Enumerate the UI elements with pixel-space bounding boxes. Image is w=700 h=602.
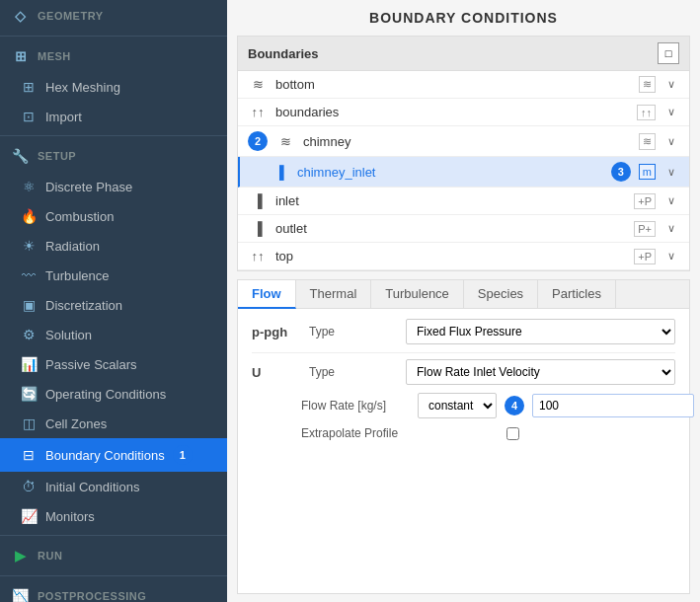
sidebar-item-operating-conditions[interactable]: 🔄 Operating Conditions <box>0 379 227 409</box>
boundaries-title: Boundaries <box>248 46 319 61</box>
boundary-name-boundaries: boundaries <box>275 105 629 119</box>
sidebar-item-discrete-phase[interactable]: ⚛ Discrete Phase <box>0 172 227 201</box>
sidebar-item-boundary-conditions[interactable]: ⊟ Boundary Conditions 1 <box>0 438 227 472</box>
discretization-icon: ▣ <box>20 297 38 313</box>
sidebar: ◇ GEOMETRY ⊞ MESH ⊞ Hex Meshing ⊡ Import… <box>0 0 227 602</box>
sidebar-label-mesh: MESH <box>38 50 71 62</box>
hex-meshing-icon: ⊞ <box>20 79 38 95</box>
boundaries-add-button[interactable]: □ <box>658 42 679 64</box>
tab-flow[interactable]: Flow <box>238 280 296 309</box>
boundary-type-top: +P <box>634 249 656 264</box>
boundary-name-top: top <box>275 249 626 263</box>
monitors-icon: 📈 <box>20 508 38 524</box>
tab-turbulence[interactable]: Turbulence <box>371 280 464 308</box>
boundary-name-outlet: outlet <box>275 221 626 236</box>
discrete-phase-icon: ⚛ <box>20 179 38 194</box>
boundary-type-outlet: P+ <box>634 221 656 237</box>
form-area: p-pgh Type Fixed Flux Pressure U Type Fl… <box>238 309 689 458</box>
mesh-icon: ⊞ <box>12 48 30 64</box>
sidebar-item-initial-conditions[interactable]: ⏱ Initial Conditions <box>0 472 227 501</box>
badge-4: 4 <box>505 396 524 415</box>
tab-species[interactable]: Species <box>464 280 538 308</box>
sidebar-label-hex-meshing: Hex Meshing <box>45 80 120 95</box>
sidebar-item-import[interactable]: ⊡ Import <box>0 102 227 131</box>
initial-conditions-icon: ⏱ <box>20 479 38 494</box>
tabs-bar: Flow Thermal Turbulence Species Particle… <box>238 280 689 309</box>
extrapolate-checkbox[interactable] <box>506 427 519 440</box>
import-icon: ⊡ <box>20 109 38 124</box>
sidebar-item-cell-zones[interactable]: ◫ Cell Zones <box>0 409 227 438</box>
boundary-name-chimney-inlet: chimney_inlet <box>297 165 603 180</box>
boundary-type-chimney: ≋ <box>639 133 656 150</box>
boundary-type-bottom: ≋ <box>639 76 656 93</box>
boundary-chevron-boundaries[interactable]: ∨ <box>663 104 679 120</box>
sidebar-label-discretization: Discretization <box>45 298 122 313</box>
sidebar-label-setup: SETUP <box>38 150 76 162</box>
boundary-chevron-inlet[interactable]: ∨ <box>663 192 679 209</box>
solution-icon: ⚙ <box>20 327 38 342</box>
boundary-row-top[interactable]: ↑↑ top +P ∨ <box>238 243 689 270</box>
sidebar-section-setup: 🔧 SETUP <box>0 140 227 172</box>
boundary-row-outlet[interactable]: ▐ outlet P+ ∨ <box>238 215 689 243</box>
boundary-chevron-bottom[interactable]: ∨ <box>663 76 679 93</box>
sidebar-label-turbulence: Turbulence <box>45 268 110 283</box>
boundary-icon-outlet: ▐ <box>248 221 268 236</box>
u-type-label: Type <box>309 365 398 379</box>
boundary-icon-top: ↑↑ <box>248 249 268 263</box>
flow-rate-input[interactable] <box>532 394 694 417</box>
ppgh-type-select[interactable]: Fixed Flux Pressure <box>406 319 675 344</box>
flow-rate-mode-select[interactable]: constant <box>418 393 497 418</box>
ppgh-label: p-pgh <box>252 325 301 339</box>
boundary-conditions-nav-icon: ⊟ <box>20 447 38 463</box>
tab-particles[interactable]: Particles <box>538 280 616 308</box>
form-row-u-type: U Type Flow Rate Inlet Velocity <box>252 359 675 385</box>
boundary-chevron-chimney-inlet[interactable]: ∨ <box>663 164 679 181</box>
boundary-chevron-chimney[interactable]: ∨ <box>663 133 679 150</box>
boundary-row-boundaries[interactable]: ↑↑ boundaries ↑↑ ∨ <box>238 99 689 126</box>
sidebar-item-hex-meshing[interactable]: ⊞ Hex Meshing <box>0 72 227 102</box>
boundary-icon-chimney: ≋ <box>275 134 295 149</box>
main-content: BOUNDARY CONDITIONS Boundaries □ ≋ botto… <box>227 0 700 602</box>
u-type-select[interactable]: Flow Rate Inlet Velocity <box>406 359 675 385</box>
boundary-row-chimney-inlet[interactable]: ▐ chimney_inlet 3 m ∨ <box>238 157 689 188</box>
sidebar-label-geometry: GEOMETRY <box>38 10 104 22</box>
sidebar-item-turbulence[interactable]: 〰 Turbulence <box>0 261 227 290</box>
flow-rate-label: Flow Rate [kg/s] <box>301 399 410 413</box>
sidebar-label-solution: Solution <box>45 328 92 342</box>
sidebar-item-passive-scalars[interactable]: 📊 Passive Scalars <box>0 349 227 379</box>
boundary-chevron-top[interactable]: ∨ <box>663 248 679 264</box>
boundary-type-inlet: +P <box>634 193 656 209</box>
boundary-row-inlet[interactable]: ▐ inlet +P ∨ <box>238 188 689 215</box>
sidebar-label-discrete-phase: Discrete Phase <box>45 180 132 194</box>
sidebar-label-combustion: Combustion <box>45 209 114 224</box>
tab-thermal[interactable]: Thermal <box>296 280 372 308</box>
boundaries-header: Boundaries □ <box>238 37 689 71</box>
boundary-chevron-outlet[interactable]: ∨ <box>663 220 679 237</box>
sidebar-label-cell-zones: Cell Zones <box>45 416 107 431</box>
sidebar-item-discretization[interactable]: ▣ Discretization <box>0 290 227 320</box>
badge-2: 2 <box>248 131 268 151</box>
boundary-icon-bottom: ≋ <box>248 77 268 92</box>
boundary-icon-chimney-inlet: ▐ <box>270 165 289 180</box>
u-label: U <box>252 365 301 380</box>
sidebar-label-postprocessing: POSTPROCESSING <box>38 590 146 602</box>
badge-3: 3 <box>611 162 631 182</box>
boundary-row-chimney[interactable]: 2 ≋ chimney ≋ ∨ <box>238 126 689 157</box>
sidebar-item-combustion[interactable]: 🔥 Combustion <box>0 201 227 231</box>
run-icon: ▶ <box>12 548 30 564</box>
sidebar-section-postprocessing: 📉 POSTPROCESSING <box>0 580 227 602</box>
sidebar-label-run: RUN <box>38 550 62 562</box>
sidebar-item-solution[interactable]: ⚙ Solution <box>0 320 227 349</box>
radiation-icon: ☀ <box>20 238 38 254</box>
boundary-type-boundaries: ↑↑ <box>637 105 656 120</box>
geometry-icon: ◇ <box>12 8 30 24</box>
sidebar-item-monitors[interactable]: 📈 Monitors <box>0 501 227 531</box>
boundary-row-bottom[interactable]: ≋ bottom ≋ ∨ <box>238 71 689 99</box>
passive-scalars-icon: 📊 <box>20 356 38 372</box>
turbulence-nav-icon: 〰 <box>20 267 38 283</box>
sidebar-item-radiation[interactable]: ☀ Radiation <box>0 231 227 261</box>
boundary-name-inlet: inlet <box>275 193 626 208</box>
boundary-name-bottom: bottom <box>275 77 631 92</box>
sidebar-label-boundary-conditions: Boundary Conditions <box>45 448 165 463</box>
postprocessing-icon: 📉 <box>12 588 30 602</box>
